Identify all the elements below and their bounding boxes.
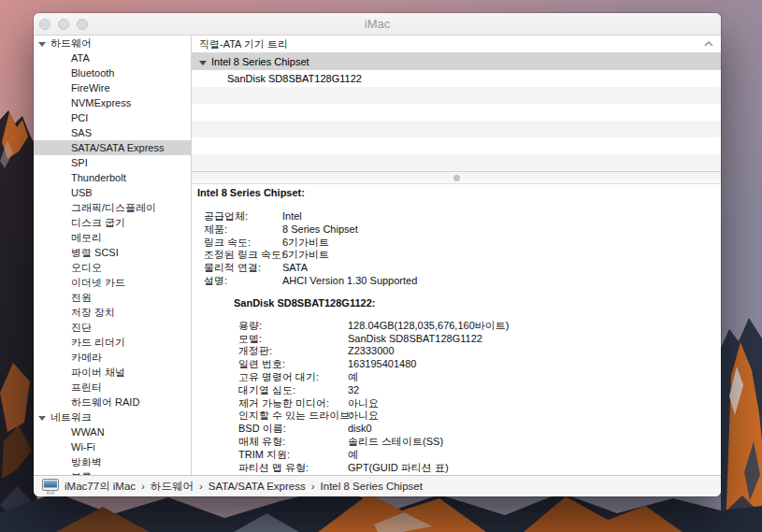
detail-value: GPT(GUID 파티션 표) (348, 462, 449, 473)
detail-value: Z2333000 (348, 345, 395, 356)
breadcrumb-item[interactable]: 하드웨어 (151, 481, 194, 492)
sidebar-item-sata-sata-express[interactable]: SATA/SATA Express (34, 140, 191, 155)
sidebar-item-audio[interactable]: 오디오 (34, 260, 191, 275)
detail-key: 설명: (204, 275, 282, 288)
sidebar-item-hardware-raid[interactable]: 하드웨어 RAID (34, 395, 191, 410)
detail-row: BSD 이름:disk0 (192, 423, 721, 436)
detail-value: SATA (282, 262, 308, 273)
sidebar-group-label: 네트워크 (50, 411, 92, 423)
sidebar-item-parallel-scsi[interactable]: 병렬 SCSI (34, 245, 191, 260)
sidebar-group-hardware[interactable]: 하드웨어 (34, 36, 191, 50)
imac-computer-icon (42, 479, 59, 495)
system-information-window: iMac 하드웨어ATABluetoothFireWireNVMExpressP… (34, 13, 721, 496)
tree-column-header[interactable]: 직렬-ATA 기기 트리 (192, 36, 721, 53)
sidebar[interactable]: 하드웨어ATABluetoothFireWireNVMExpressPCISAS… (34, 36, 192, 475)
sidebar-item-thunderbolt[interactable]: Thunderbolt (34, 170, 191, 185)
detail-value: AHCI Version 1.30 Supported (282, 275, 417, 286)
detail-row: 제품:8 Series Chipset (192, 223, 721, 237)
sidebar-item-firewire[interactable]: FireWire (34, 80, 191, 95)
breadcrumb-item[interactable]: Intel 8 Series Chipset (321, 481, 423, 492)
detail-key: TRIM 지원: (238, 449, 348, 462)
sidebar-item-label: ATA (71, 52, 90, 64)
sidebar-item-wwan[interactable]: WWAN (34, 424, 191, 439)
pane-splitter[interactable] (192, 171, 721, 184)
sidebar-item-storage[interactable]: 저장 장치 (34, 305, 191, 320)
sidebar-item-label: 하드웨어 RAID (71, 396, 139, 408)
sidebar-item-camera[interactable]: 카메라 (34, 350, 191, 365)
sidebar-item-label: 메모리 (71, 232, 102, 243)
tree-row-empty (192, 104, 721, 121)
tree-row-empty (192, 87, 721, 104)
sidebar-item-disc-burning[interactable]: 디스크 굽기 (34, 215, 191, 230)
tree-row-empty (192, 121, 721, 137)
breadcrumb-item[interactable]: iMac77의 iMac (65, 481, 136, 492)
sidebar-item-power[interactable]: 전원 (34, 290, 191, 305)
sidebar-item-label: Wi-Fi (71, 441, 95, 453)
disclosure-triangle-icon[interactable] (199, 61, 207, 65)
breadcrumb-separator: › (199, 481, 203, 492)
sidebar-item-graphics-displays[interactable]: 그래픽/디스플레이 (34, 200, 191, 215)
detail-value: disk0 (348, 423, 372, 434)
detail-row: 매체 유형:솔리드 스테이트(SS) (192, 436, 721, 449)
sidebar-item-spi[interactable]: SPI (34, 155, 191, 170)
device-tree[interactable]: Intel 8 Series ChipsetSanDisk SD8SBAT128… (192, 53, 721, 171)
detail-key: 공급업체: (204, 210, 282, 223)
sidebar-item-label: 진단 (71, 322, 92, 333)
sidebar-item-bluetooth[interactable]: Bluetooth (34, 65, 191, 80)
detail-value: 솔리드 스테이트(SS) (348, 436, 443, 447)
detail-value: 163195401480 (348, 358, 416, 369)
detail-row: 일련 번호:163195401480 (192, 358, 721, 371)
sidebar-item-label: 파이버 채널 (71, 367, 125, 378)
details-section-title: SanDisk SD8SBAT128G1122: (192, 296, 721, 309)
sidebar-item-sas[interactable]: SAS (34, 125, 191, 140)
detail-key: 제거 가능한 미디어: (238, 397, 348, 410)
detail-row: 인지할 수 있는 드라이브:아니요 (192, 410, 721, 423)
tree-row-sandisk-sd8sbat128g1122[interactable]: SanDisk SD8SBAT128G1122 (192, 70, 721, 87)
sidebar-item-printers[interactable]: 프린터 (34, 380, 191, 395)
detail-row: 개정판:Z2333000 (192, 345, 721, 358)
detail-key: 일련 번호: (238, 358, 348, 371)
sidebar-item-memory[interactable]: 메모리 (34, 230, 191, 245)
breadcrumb-item[interactable]: SATA/SATA Express (208, 481, 306, 492)
detail-row: 대기열 심도:32 (192, 384, 721, 397)
sidebar-item-usb[interactable]: USB (34, 185, 191, 200)
detail-value: 예 (348, 371, 358, 382)
sidebar-item-wi-fi[interactable]: Wi-Fi (34, 439, 191, 454)
sidebar-item-label: 저장 장치 (71, 307, 115, 318)
disclosure-triangle-icon[interactable] (38, 42, 46, 47)
sidebar-item-ethernet-cards[interactable]: 이더넷 카드 (34, 275, 191, 290)
sidebar-item-diagnostics[interactable]: 진단 (34, 320, 191, 335)
detail-key: 매체 유형: (238, 436, 348, 449)
detail-row: 용량:128.04GB(128,035,676,160바이트) (192, 320, 721, 333)
titlebar[interactable]: iMac (34, 13, 721, 36)
detail-key: 고유 명령어 대기: (238, 371, 348, 384)
detail-value: 8 Series Chipset (282, 223, 358, 235)
breadcrumb-bar: iMac77의 iMac›하드웨어›SATA/SATA Express›Inte… (34, 475, 721, 496)
sidebar-item-card-reader[interactable]: 카드 리더기 (34, 335, 191, 350)
detail-value: 6기가비트 (282, 237, 329, 248)
sidebar-item-firewall[interactable]: 방화벽 (34, 454, 191, 469)
sidebar-item-pci[interactable]: PCI (34, 110, 191, 125)
sidebar-item-label: PCI (71, 112, 88, 123)
disclosure-triangle-icon[interactable] (38, 416, 46, 421)
sidebar-item-label: SAS (71, 127, 92, 138)
sidebar-item-label: 방화벽 (71, 456, 102, 467)
sidebar-item-fibre-channel[interactable]: 파이버 채널 (34, 365, 191, 380)
sidebar-item-label: 카메라 (71, 352, 102, 363)
detail-value: 6기가비트 (282, 249, 329, 260)
tree-row-label: SanDisk SD8SBAT128G1122 (192, 70, 362, 87)
detail-row: 조정된 링크 속도:6기가비트 (192, 249, 721, 262)
sidebar-item-label: SPI (71, 157, 88, 168)
splitter-handle-icon[interactable] (453, 175, 460, 181)
tree-row-intel-8-series-chipset[interactable]: Intel 8 Series Chipset (192, 53, 721, 70)
detail-value: 32 (348, 384, 359, 395)
detail-key: 용량: (238, 320, 348, 333)
detail-row: 공급업체:Intel (192, 210, 721, 223)
sidebar-item-ata[interactable]: ATA (34, 50, 191, 65)
details-pane[interactable]: Intel 8 Series Chipset:공급업체:Intel제품:8 Se… (192, 184, 721, 475)
sidebar-item-nvmexpress[interactable]: NVMExpress (34, 95, 191, 110)
detail-value: 예 (348, 449, 358, 460)
sidebar-group-network[interactable]: 네트워크 (34, 410, 191, 424)
sidebar-group-label: 하드웨어 (50, 37, 92, 49)
sidebar-item-label: 오디오 (71, 262, 102, 273)
